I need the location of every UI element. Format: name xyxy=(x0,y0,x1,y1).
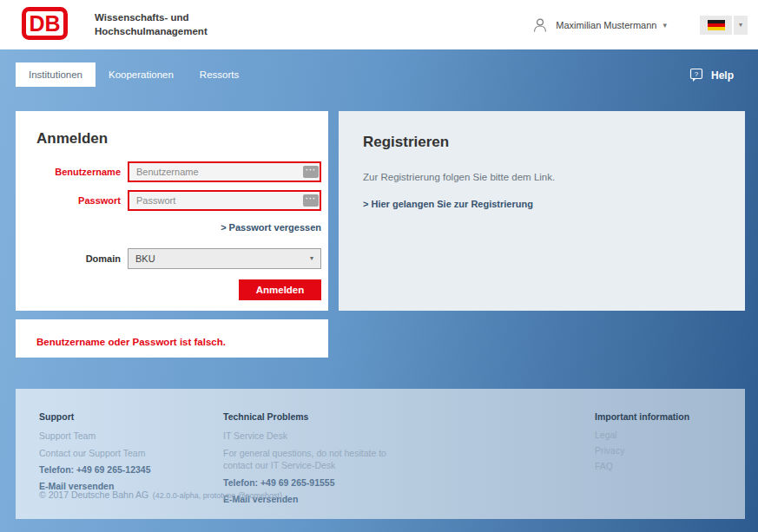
password-control: ··· xyxy=(128,190,321,211)
register-link[interactable]: > Hier gelangen Sie zur Registrierung xyxy=(363,199,533,209)
privacy-link[interactable]: Privacy xyxy=(595,445,745,456)
support-heading: Support xyxy=(39,411,223,422)
main-navigation: Institutionen Kooperationen Ressorts ? H… xyxy=(0,49,758,100)
user-icon xyxy=(532,17,548,33)
language-dropdown-button[interactable]: ▾ xyxy=(734,16,748,35)
nav-tabs: Institutionen Kooperationen Ressorts xyxy=(16,62,252,87)
forgot-password-link[interactable]: > Passwort vergessen xyxy=(221,222,321,233)
footer-important-column: Important information Legal Privacy FAQ xyxy=(595,411,745,519)
important-heading: Important information xyxy=(595,411,745,422)
username-input[interactable] xyxy=(128,161,321,182)
help-button[interactable]: ? Help xyxy=(689,68,734,82)
footer-technical-column: Technical Problems IT Service Desk For g… xyxy=(223,411,595,519)
language-switcher: ▾ xyxy=(700,16,748,35)
password-input[interactable] xyxy=(128,190,321,211)
domain-label: Domain xyxy=(36,253,121,264)
db-logo[interactable]: DB xyxy=(22,7,68,43)
error-message: Benutzername oder Passwort ist falsch. xyxy=(36,337,226,347)
technical-description: For general questions, do not hesitate t… xyxy=(223,447,410,471)
header-right: Maximilian Mustermann ▾ ▾ xyxy=(532,16,748,35)
svg-text:?: ? xyxy=(695,70,699,78)
forgot-password-row: > Passwort vergessen xyxy=(36,219,321,234)
help-label: Help xyxy=(711,69,734,82)
db-logo-text: DB xyxy=(29,11,60,36)
legal-link[interactable]: Legal xyxy=(595,430,745,440)
submit-row: Anmelden xyxy=(36,279,321,300)
tab-institutionen[interactable]: Institutionen xyxy=(16,62,96,87)
content: Anmelden Benutzername ··· Passwort ··· xyxy=(16,111,745,358)
version-text: (42.0.0-alpha, prototype @somehost) xyxy=(153,491,282,500)
main-background: Institutionen Kooperationen Ressorts ? H… xyxy=(0,49,758,532)
domain-select[interactable]: BKU ▾ xyxy=(128,248,321,269)
domain-control: BKU ▾ xyxy=(128,248,321,269)
register-text: Zur Registrierung folgen Sie bitte dem L… xyxy=(363,172,721,182)
language-flag-button[interactable] xyxy=(700,16,732,35)
domain-row: Domain BKU ▾ xyxy=(36,248,321,269)
footer-support-column: Support Support Team Contact our Support… xyxy=(39,411,223,519)
username-control: ··· xyxy=(128,161,321,182)
user-caret-icon: ▾ xyxy=(662,21,667,30)
user-menu[interactable]: Maximilian Mustermann ▾ xyxy=(532,17,667,33)
faq-link[interactable]: FAQ xyxy=(595,461,745,471)
error-message-box: Benutzername oder Passwort ist falsch. xyxy=(16,319,328,358)
help-icon: ? xyxy=(689,68,704,82)
login-panel: Anmelden Benutzername ··· Passwort ··· xyxy=(16,111,328,311)
login-submit-button[interactable]: Anmelden xyxy=(239,279,321,300)
username-row: Benutzername ··· xyxy=(36,161,321,182)
user-name: Maximilian Mustermann xyxy=(556,20,656,30)
register-panel: Registrieren Zur Registrierung folgen Si… xyxy=(339,111,745,311)
technical-heading: Technical Problems xyxy=(223,411,595,422)
app-title-line1: Wissenschafts- und xyxy=(95,11,208,25)
password-ellipsis-icon[interactable]: ··· xyxy=(303,194,319,207)
app-title-line2: Hochschulmanagement xyxy=(95,25,208,39)
support-contact: Contact our Support Team xyxy=(39,447,223,459)
username-ellipsis-icon[interactable]: ··· xyxy=(303,166,319,178)
password-row: Passwort ··· xyxy=(36,190,321,211)
login-title: Anmelden xyxy=(36,130,321,148)
domain-selected-value: BKU xyxy=(135,253,155,264)
footer: Support Support Team Contact our Support… xyxy=(16,389,745,519)
login-column: Anmelden Benutzername ··· Passwort ··· xyxy=(16,111,328,358)
german-flag-icon xyxy=(708,20,725,30)
tab-kooperationen[interactable]: Kooperationen xyxy=(96,62,187,87)
header: DB Wissenschafts- und Hochschulmanagemen… xyxy=(0,0,758,49)
username-label: Benutzername xyxy=(36,167,121,177)
tab-ressorts[interactable]: Ressorts xyxy=(187,62,252,87)
app-title: Wissenschafts- und Hochschulmanagement xyxy=(95,11,208,38)
support-team: Support Team xyxy=(39,430,223,442)
page: DB Wissenschafts- und Hochschulmanagemen… xyxy=(0,0,758,532)
copyright-text: © 2017 Deutsche Bahn AG xyxy=(39,489,148,500)
support-phone: Telefon: +49 69 265-12345 xyxy=(39,464,223,475)
copyright: © 2017 Deutsche Bahn AG (42.0.0-alpha, p… xyxy=(39,486,282,502)
register-title: Registrieren xyxy=(363,134,721,151)
technical-desk: IT Service Desk xyxy=(223,430,410,442)
domain-caret-icon: ▾ xyxy=(310,249,313,268)
password-label: Passwort xyxy=(36,195,121,206)
language-caret-icon: ▾ xyxy=(739,21,742,29)
